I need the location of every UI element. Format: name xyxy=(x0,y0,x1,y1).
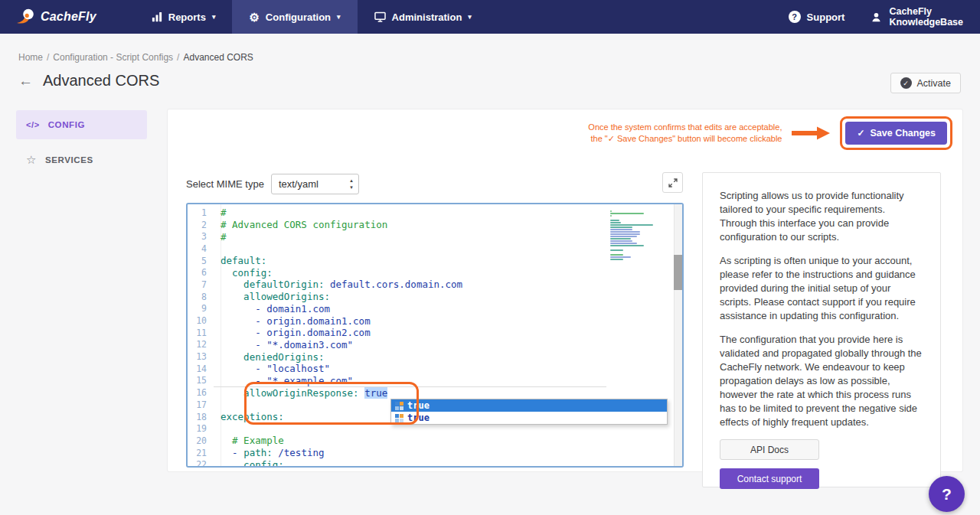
editor-line[interactable]: 7 defaultOrigin: default.cors.domain.com xyxy=(188,279,682,291)
editor-line[interactable]: 2# Advanced CORS configuration xyxy=(188,219,682,231)
contact-support-label: Contact support xyxy=(737,474,802,484)
save-callout: Once the system confirms that edits are … xyxy=(588,116,952,150)
info-panel-text: Scripting allows us to provide functiona… xyxy=(720,189,923,429)
editor-line[interactable]: 20 # Example xyxy=(188,435,682,447)
editor-line[interactable]: 6 config: xyxy=(188,266,682,279)
line-number: 18 xyxy=(188,412,214,422)
line-content: allowOriginResponse: true xyxy=(214,387,387,399)
editor-code: 1#2# Advanced CORS configuration3#45defa… xyxy=(188,207,682,468)
line-content: # Example xyxy=(214,435,284,446)
nav-item-configuration[interactable]: ⚙Configuration▾ xyxy=(232,0,357,34)
select-arrows-icon: ▴ ▾ xyxy=(350,177,353,191)
editor-line[interactable]: 5default: xyxy=(188,255,682,267)
info-paragraph: As scripting is often unique to your acc… xyxy=(720,254,923,323)
api-docs-button[interactable]: API Docs xyxy=(720,439,819,460)
sidebar-item-services[interactable]: ☆SERVICES xyxy=(16,145,147,174)
help-icon: ? xyxy=(942,485,952,504)
editor-line[interactable]: 3# xyxy=(188,230,682,243)
minimap-line xyxy=(610,236,637,237)
minimap-line xyxy=(610,233,640,235)
gear-icon: ⚙ xyxy=(249,11,259,23)
line-number: 6 xyxy=(188,267,214,278)
editor-line[interactable]: 8 allowedOrigins: xyxy=(188,291,682,303)
info-paragraph: The configuration that you provide here … xyxy=(720,333,923,429)
brand-logo[interactable]: CacheFly xyxy=(0,0,103,34)
line-number: 14 xyxy=(188,363,214,374)
editor-line[interactable]: 22 config: xyxy=(188,458,682,468)
mime-type-select[interactable]: text/yaml ▴ ▾ xyxy=(271,174,359,194)
nav-right: ? Support CacheFly KnowledgeBase xyxy=(773,0,980,34)
sidebar-item-config[interactable]: </>CONFIG xyxy=(16,110,147,139)
save-changes-button[interactable]: ✓ Save Changes xyxy=(845,122,947,145)
bar-chart-icon xyxy=(152,11,162,22)
line-number: 13 xyxy=(188,351,214,362)
api-docs-label: API Docs xyxy=(750,445,789,455)
save-callout-line1: Once the system confirms that edits are … xyxy=(588,122,782,133)
minimap-line xyxy=(610,256,631,258)
line-number: 10 xyxy=(188,315,214,326)
code-editor[interactable]: 1#2# Advanced CORS configuration3#45defa… xyxy=(186,203,684,468)
breadcrumb-item[interactable]: Configuration - Script Configs xyxy=(53,52,173,63)
nav-item-administration[interactable]: Administration▾ xyxy=(358,0,488,34)
editor-line[interactable]: 9 - domain1.com xyxy=(188,303,682,315)
save-annotation-ring: ✓ Save Changes xyxy=(840,116,952,150)
support-label: Support xyxy=(807,11,845,23)
expand-editor-button[interactable] xyxy=(662,172,683,193)
line-number: 11 xyxy=(188,328,214,338)
question-icon: ? xyxy=(789,11,801,23)
minimap-line xyxy=(610,238,631,240)
mime-type-label: Select MIME type xyxy=(186,178,264,190)
account-name-line1: CacheFly xyxy=(889,6,963,17)
info-paragraph: Scripting allows us to provide functiona… xyxy=(720,189,923,244)
editor-line[interactable]: 1# xyxy=(188,207,682,219)
line-content: defaultOrigin: default.cors.domain.com xyxy=(214,279,462,290)
nav-item-support[interactable]: ? Support xyxy=(773,0,861,34)
minimap-line xyxy=(610,229,632,230)
editor-line[interactable]: 14 - "localhost" xyxy=(188,363,682,375)
editor-line[interactable]: 12 - "*.domain3.com" xyxy=(188,339,682,351)
editor-scrollbar-track[interactable] xyxy=(674,204,682,466)
line-content: - "*.example.com" xyxy=(214,375,353,386)
nav-item-label: Configuration xyxy=(266,11,331,23)
back-arrow-icon[interactable]: ← xyxy=(18,73,33,88)
editor-line[interactable]: 16 allowOriginResponse: true xyxy=(188,386,682,399)
nav-item-reports[interactable]: Reports▾ xyxy=(135,0,233,34)
nav-item-account[interactable]: CacheFly KnowledgeBase xyxy=(860,0,968,34)
save-callout-line2: the "✓ Save Changes" button will become … xyxy=(588,133,782,145)
editor-scrollbar-thumb[interactable] xyxy=(674,255,682,290)
line-content: default: xyxy=(214,255,266,266)
line-number: 12 xyxy=(188,339,214,350)
activate-label: Activate xyxy=(917,78,951,89)
line-number: 19 xyxy=(188,423,214,434)
editor-line[interactable]: 11 - origin.domain2.com xyxy=(188,327,682,339)
activate-button[interactable]: ✓ Activate xyxy=(890,73,961,93)
minimap-line xyxy=(610,254,623,256)
editor-line[interactable]: 21 - path: /testing xyxy=(188,447,682,459)
user-icon xyxy=(871,11,882,23)
editor-line[interactable]: 15 - "*.example.com" xyxy=(188,375,682,387)
editor-line[interactable]: 10 - origin.domain1.com xyxy=(188,315,682,327)
minimap-line xyxy=(610,210,612,212)
line-number: 21 xyxy=(188,448,214,458)
line-content: config: xyxy=(214,267,273,279)
help-button[interactable]: ? xyxy=(929,476,965,512)
editor-line[interactable]: 4 xyxy=(188,243,682,255)
line-content: deniedOrigins: xyxy=(214,351,324,363)
minimap-line xyxy=(610,222,621,223)
line-content: # xyxy=(214,231,227,243)
title-row: ← Advanced CORS xyxy=(18,72,159,90)
line-number: 4 xyxy=(188,243,214,254)
line-content: - "localhost" xyxy=(214,363,330,374)
breadcrumb-item[interactable]: Home xyxy=(18,52,43,63)
line-content: - domain1.com xyxy=(214,303,330,315)
minimap-line xyxy=(610,240,632,242)
editor-line[interactable]: 13 deniedOrigins: xyxy=(188,350,682,363)
breadcrumb-separator: / xyxy=(47,52,49,63)
sidebar-item-label: SERVICES xyxy=(45,155,93,165)
autocomplete-option[interactable]: true xyxy=(391,399,667,412)
contact-support-button[interactable]: Contact support xyxy=(720,468,819,489)
autocomplete-option[interactable]: true xyxy=(391,412,667,424)
line-content: - path: /testing xyxy=(214,447,325,458)
minimap-line xyxy=(610,220,619,221)
expand-icon xyxy=(668,178,678,187)
